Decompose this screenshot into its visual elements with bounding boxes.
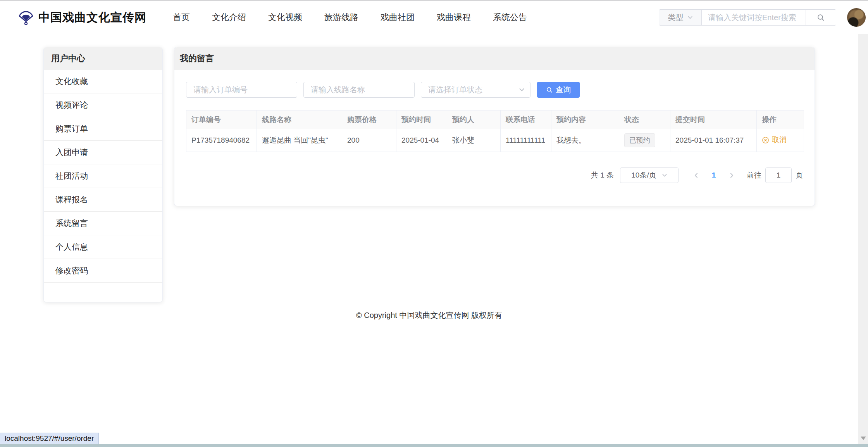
user-avatar[interactable] xyxy=(847,8,866,27)
sidebar-item-change-password[interactable]: 修改密码 xyxy=(44,259,162,283)
page-size-select[interactable]: 10条/页 xyxy=(620,167,679,183)
main-nav: 首页 文化介绍 文化视频 旅游线路 戏曲社团 戏曲课程 系统公告 xyxy=(173,12,527,23)
search-type-select[interactable]: 类型 xyxy=(659,10,702,25)
nav-item-opera-clubs[interactable]: 戏曲社团 xyxy=(381,12,415,23)
chevron-down-icon xyxy=(662,173,667,178)
chevron-left-icon xyxy=(693,173,699,178)
copyright-footer: © Copyright 中国戏曲文化宣传网 版权所有 xyxy=(0,310,858,321)
search-icon xyxy=(546,86,553,93)
cell-ticket-price: 200 xyxy=(342,129,396,152)
sidebar-item-video-comments[interactable]: 视频评论 xyxy=(44,93,162,117)
nav-item-culture-video[interactable]: 文化视频 xyxy=(268,12,302,23)
cell-order-no: P1735718940682 xyxy=(186,129,257,152)
cell-booking-date: 2025-01-04 xyxy=(396,129,447,152)
search-icon xyxy=(817,14,825,22)
brand[interactable]: 中国戏曲文化宣传网 xyxy=(17,9,146,26)
col-booking-content: 预约内容 xyxy=(551,110,619,129)
order-status-select[interactable]: 请选择订单状态 xyxy=(421,82,530,98)
route-name-input[interactable] xyxy=(303,82,415,98)
page-content: 用户中心 文化收藏 视频评论 购票订单 入团申请 社团活动 课程报名 系统留言 … xyxy=(0,34,868,444)
search-type-label: 类型 xyxy=(668,12,684,23)
global-search-button[interactable] xyxy=(806,10,836,25)
query-button-label: 查询 xyxy=(556,85,571,95)
order-status-placeholder: 请选择订单状态 xyxy=(428,85,482,95)
sidebar-title: 用户中心 xyxy=(44,47,162,70)
user-center-sidebar: 用户中心 文化收藏 视频评论 购票订单 入团申请 社团活动 课程报名 系统留言 … xyxy=(43,47,163,302)
goto-label: 前往 xyxy=(747,170,761,180)
status-url-tooltip: localhost:9527/#/user/order xyxy=(0,433,99,444)
scrollbar-down-arrow-icon[interactable] xyxy=(861,437,866,440)
cell-actions: 取消 xyxy=(757,129,804,152)
cancel-label: 取消 xyxy=(772,135,787,145)
chevron-right-icon xyxy=(729,173,735,178)
table-header-row: 订单编号 线路名称 购票价格 预约时间 预约人 联系电话 预约内容 状态 提交时… xyxy=(186,110,804,129)
window-bottom-edge xyxy=(0,444,868,447)
col-route-name: 线路名称 xyxy=(257,110,342,129)
col-status: 状态 xyxy=(619,110,670,129)
sidebar-menu: 文化收藏 视频评论 购票订单 入团申请 社团活动 课程报名 系统留言 个人信息 … xyxy=(44,70,162,283)
cell-route-name: 邂逅昆曲 当回"昆虫" xyxy=(257,129,342,152)
col-ticket-price: 购票价格 xyxy=(342,110,396,129)
panel-body: 请选择订单状态 查询 xyxy=(174,70,815,206)
sidebar-item-club-activities[interactable]: 社团活动 xyxy=(44,164,162,188)
cancel-order-button[interactable]: 取消 xyxy=(762,135,787,145)
pagination-total: 共 1 条 xyxy=(591,170,614,180)
page-size-value: 10条/页 xyxy=(631,170,656,180)
col-booking-date: 预约时间 xyxy=(396,110,447,129)
pagination: 共 1 条 10条/页 1 xyxy=(186,167,803,183)
nav-item-tour-routes[interactable]: 旅游线路 xyxy=(324,12,358,23)
cell-status: 已预约 xyxy=(619,129,670,152)
filter-row: 请选择订单状态 查询 xyxy=(186,82,803,98)
cell-booking-person: 张小斐 xyxy=(447,129,501,152)
circle-close-icon xyxy=(762,136,769,144)
query-button[interactable]: 查询 xyxy=(537,82,580,98)
global-search: 类型 xyxy=(659,9,836,26)
panel-title: 我的留言 xyxy=(174,47,815,70)
nav-item-culture-intro[interactable]: 文化介绍 xyxy=(212,12,246,23)
table-row: P1735718940682 邂逅昆曲 当回"昆虫" 200 2025-01-0… xyxy=(186,129,804,152)
goto-unit-label: 页 xyxy=(796,170,803,180)
page-number-1[interactable]: 1 xyxy=(705,167,723,183)
sidebar-item-system-messages[interactable]: 系统留言 xyxy=(44,212,162,235)
nav-item-announcements[interactable]: 系统公告 xyxy=(493,12,527,23)
orders-table: 订单编号 线路名称 购票价格 预约时间 预约人 联系电话 预约内容 状态 提交时… xyxy=(186,110,804,152)
nav-item-opera-courses[interactable]: 戏曲课程 xyxy=(437,12,471,23)
sidebar-footer-space xyxy=(44,283,162,302)
col-booking-person: 预约人 xyxy=(447,110,501,129)
sidebar-item-club-applications[interactable]: 入团申请 xyxy=(44,141,162,164)
orders-panel: 我的留言 请选择订单状态 查询 xyxy=(174,47,815,206)
col-order-no: 订单编号 xyxy=(186,110,257,129)
vertical-scrollbar[interactable] xyxy=(858,34,868,444)
goto-page-input[interactable] xyxy=(765,167,792,183)
cell-booking-content: 我想去。 xyxy=(551,129,619,152)
global-search-input[interactable] xyxy=(702,10,806,25)
next-page-button[interactable] xyxy=(723,167,741,183)
nav-item-home[interactable]: 首页 xyxy=(173,12,190,23)
col-actions: 操作 xyxy=(757,110,804,129)
goto-page-group: 前往 页 xyxy=(747,167,803,183)
prev-page-button[interactable] xyxy=(687,167,705,183)
brand-title: 中国戏曲文化宣传网 xyxy=(38,10,146,26)
order-no-input[interactable] xyxy=(186,82,297,98)
cell-submit-time: 2025-01-01 16:07:37 xyxy=(670,129,757,152)
sidebar-item-personal-info[interactable]: 个人信息 xyxy=(44,235,162,259)
cell-contact-phone: 11111111111 xyxy=(501,129,551,152)
col-contact-phone: 联系电话 xyxy=(501,110,551,129)
col-submit-time: 提交时间 xyxy=(670,110,757,129)
sidebar-item-ticket-orders[interactable]: 购票订单 xyxy=(44,117,162,141)
status-badge: 已预约 xyxy=(624,133,655,147)
sidebar-item-course-signup[interactable]: 课程报名 xyxy=(44,188,162,212)
chevron-down-icon xyxy=(519,87,525,93)
top-navbar: 中国戏曲文化宣传网 首页 文化介绍 文化视频 旅游线路 戏曲社团 戏曲课程 系统… xyxy=(0,0,868,34)
sidebar-item-culture-favorites[interactable]: 文化收藏 xyxy=(44,70,162,93)
chevron-down-icon xyxy=(687,15,693,20)
fan-logo-icon xyxy=(17,9,34,26)
